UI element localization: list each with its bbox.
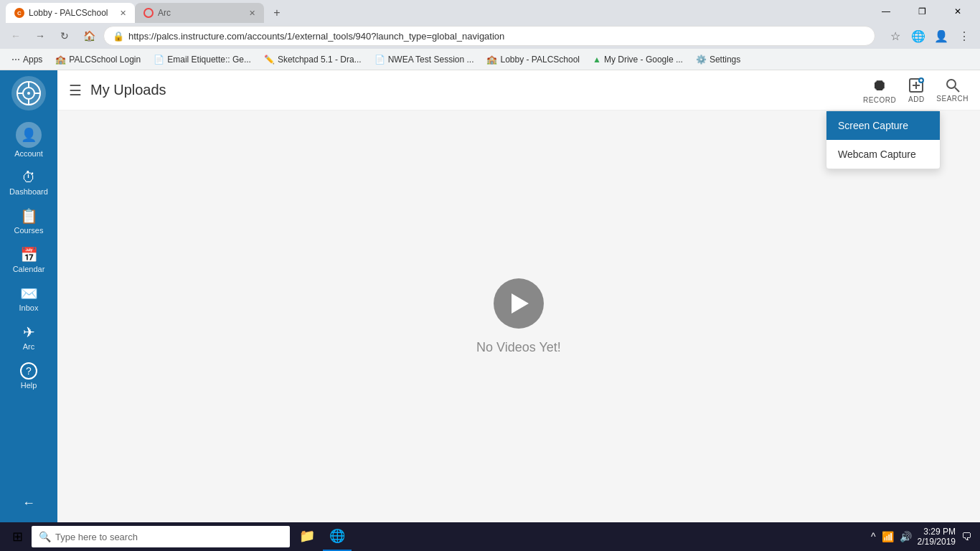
minimize-button[interactable]: — xyxy=(870,0,903,23)
sidebar-calendar-label: Calendar xyxy=(13,265,45,273)
taskbar-search-icon: 🔍 xyxy=(39,531,51,542)
sidebar-item-arc[interactable]: ✈ Arc xyxy=(0,318,57,357)
header-actions: ⏺ RECORD ADD xyxy=(863,76,969,104)
email-etiquette-icon: 📄 xyxy=(154,55,164,65)
taskbar-file-explorer[interactable]: 📁 xyxy=(293,522,321,551)
address-icons: ☆ 🌐 👤 ⋮ xyxy=(885,26,974,46)
webcam-capture-option[interactable]: Webcam Capture xyxy=(826,140,940,169)
lms-sidebar: 👤 Account ⏱ Dashboard 📋 Courses 📅 Calend… xyxy=(0,70,57,522)
sidebar-item-account[interactable]: 👤 Account xyxy=(0,116,57,164)
url-bar[interactable]: 🔒 https://palcs.instructure.com/accounts… xyxy=(103,26,875,46)
search-button[interactable]: SEARCH xyxy=(936,77,969,103)
sidebar-item-help[interactable]: ? Help xyxy=(0,357,57,395)
svg-point-13 xyxy=(947,80,956,88)
start-button[interactable]: ⊞ xyxy=(3,522,32,551)
chrome-icon: 🌐 xyxy=(329,528,345,544)
sidebar-collapse-button[interactable]: ← xyxy=(0,490,57,517)
bookmark-apps[interactable]: ⋯ Apps xyxy=(6,52,48,67)
tabs-area: C Lobby - PALCSchool ✕ Arc ✕ + xyxy=(6,0,287,23)
reload-button[interactable]: ↻ xyxy=(55,26,75,46)
chevron-up-icon[interactable]: ^ xyxy=(871,531,876,542)
user-profile-icon[interactable]: 👤 xyxy=(931,26,951,46)
bookmark-lobby[interactable]: 🏫 Lobby - PALCSchool xyxy=(481,52,585,67)
tab-1[interactable]: C Lobby - PALCSchool ✕ xyxy=(6,3,135,23)
file-explorer-icon: 📁 xyxy=(299,528,315,544)
app-container: 👤 Account ⏱ Dashboard 📋 Courses 📅 Calend… xyxy=(0,70,980,522)
bookmark-sketchpad[interactable]: ✏️ Sketchpad 5.1 - Dra... xyxy=(258,52,367,67)
sidebar-item-dashboard[interactable]: ⏱ Dashboard xyxy=(0,164,57,202)
sidebar-item-calendar[interactable]: 📅 Calendar xyxy=(0,240,57,279)
bookmarks-bar: ⋯ Apps 🏫 PALCSchool Login 📄 Email Etique… xyxy=(0,49,980,70)
home-button[interactable]: 🏠 xyxy=(79,26,99,46)
tab2-favicon xyxy=(143,8,154,18)
tab-2[interactable]: Arc ✕ xyxy=(135,3,264,23)
sketchpad-icon: ✏️ xyxy=(264,55,275,65)
taskbar: ⊞ 🔍 Type here to search 📁 🌐 ^ 📶 🔊 3:29 P… xyxy=(0,522,980,551)
tab2-label: Arc xyxy=(158,8,171,18)
sidebar-logo[interactable] xyxy=(11,76,46,110)
bookmark-email-etiquette[interactable]: 📄 Email Etiquette:: Ge... xyxy=(148,52,257,67)
drive-icon: ▲ xyxy=(593,55,601,65)
address-bar: ← → ↻ 🏠 🔒 https://palcs.instructure.com/… xyxy=(0,23,980,49)
bookmark-sketchpad-label: Sketchpad 5.1 - Dra... xyxy=(278,55,362,65)
bookmark-settings[interactable]: ⚙️ Settings xyxy=(690,52,746,67)
bookmark-palcschool-label: PALCSchool Login xyxy=(69,55,141,65)
sidebar-item-inbox[interactable]: ✉️ Inbox xyxy=(0,279,57,318)
clock-date: 2/19/2019 xyxy=(918,537,956,547)
taskbar-search-text: Type here to search xyxy=(55,532,138,542)
network-icon[interactable]: 📶 xyxy=(882,531,894,542)
tab2-close[interactable]: ✕ xyxy=(249,9,255,18)
sidebar-account-label: Account xyxy=(14,149,43,158)
notification-icon[interactable]: 🗨 xyxy=(961,531,971,542)
back-button[interactable]: ← xyxy=(6,26,26,46)
bookmark-drive-label: My Drive - Google ... xyxy=(604,55,683,65)
record-icon: ⏺ xyxy=(872,76,887,95)
screen-capture-option[interactable]: Screen Capture xyxy=(826,111,940,140)
svg-point-2 xyxy=(27,92,30,95)
taskbar-search[interactable]: 🔍 Type here to search xyxy=(32,526,290,547)
calendar-icon: 📅 xyxy=(20,246,38,263)
sidebar-dashboard-label: Dashboard xyxy=(9,187,48,196)
search-label: SEARCH xyxy=(936,95,969,103)
url-text: https://palcs.instructure.com/accounts/1… xyxy=(128,31,504,42)
play-triangle-icon xyxy=(512,293,529,314)
nwea-icon: 📄 xyxy=(374,55,385,65)
volume-icon[interactable]: 🔊 xyxy=(900,531,912,542)
bookmark-star-icon[interactable]: ☆ xyxy=(885,26,905,46)
browser-menu-icon[interactable]: ⋮ xyxy=(954,26,974,46)
bookmark-nwea-label: NWEA Test Session ... xyxy=(388,55,474,65)
hamburger-icon[interactable]: ☰ xyxy=(69,82,82,99)
translate-icon[interactable]: 🌐 xyxy=(908,26,928,46)
add-button[interactable]: ADD xyxy=(908,77,925,103)
no-videos-message: No Videos Yet! xyxy=(476,340,561,355)
tab1-favicon: C xyxy=(14,8,24,18)
maximize-button[interactable]: ❐ xyxy=(905,0,938,23)
play-button[interactable] xyxy=(494,278,544,329)
system-tray: ^ 📶 🔊 xyxy=(871,531,912,542)
sidebar-help-label: Help xyxy=(21,381,37,390)
new-tab-button[interactable]: + xyxy=(267,3,287,23)
record-button[interactable]: ⏺ RECORD xyxy=(863,76,896,104)
sidebar-item-courses[interactable]: 📋 Courses xyxy=(0,202,57,240)
browser-titlebar: C Lobby - PALCSchool ✕ Arc ✕ + — ❐ ✕ xyxy=(0,0,980,23)
window-controls: — ❐ ✕ xyxy=(870,0,974,23)
bookmark-nwea[interactable]: 📄 NWEA Test Session ... xyxy=(369,52,480,67)
bookmark-my-drive[interactable]: ▲ My Drive - Google ... xyxy=(587,52,689,67)
taskbar-apps: 📁 🌐 xyxy=(293,522,352,551)
apps-icon: ⋯ xyxy=(11,55,20,65)
content-body: No Videos Yet! xyxy=(57,110,980,522)
lobby-icon: 🏫 xyxy=(486,55,497,65)
add-icon xyxy=(908,77,925,94)
close-button[interactable]: ✕ xyxy=(941,0,974,23)
search-icon xyxy=(945,77,961,93)
bookmark-palcschool-login[interactable]: 🏫 PALCSchool Login xyxy=(50,52,146,67)
windows-icon: ⊞ xyxy=(12,529,23,545)
palcschool-icon: 🏫 xyxy=(55,55,66,65)
tab1-close[interactable]: ✕ xyxy=(120,9,126,18)
sidebar-courses-label: Courses xyxy=(14,226,44,235)
main-content: ☰ My Uploads ⏺ RECORD ADD xyxy=(57,70,980,522)
taskbar-chrome[interactable]: 🌐 xyxy=(323,522,352,551)
logo-icon xyxy=(16,80,42,106)
forward-button[interactable]: → xyxy=(30,26,50,46)
system-clock[interactable]: 3:29 PM 2/19/2019 xyxy=(918,527,956,547)
